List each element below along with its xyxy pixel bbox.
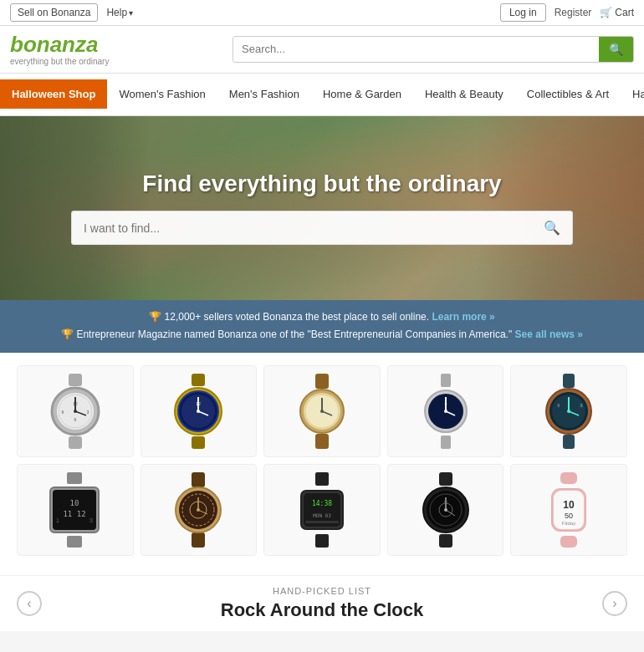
svg-rect-12 [192,374,205,386]
svg-point-28 [320,410,324,413]
cart-button[interactable]: 🛒 Cart [600,7,634,18]
main-nav: Halloween Shop Women's Fashion Men's Fas… [0,74,644,116]
carousel-text: HAND-PICKED LIST Rock Around the Clock [42,586,602,621]
svg-rect-56 [192,532,205,548]
watch-item-9[interactable]: 12 [387,464,504,556]
svg-text:9: 9 [61,410,64,415]
svg-rect-82 [560,536,577,548]
nav-item-womens-fashion[interactable]: Women's Fashion [107,79,217,109]
hero-search-bar: 🔍 [71,211,573,245]
watch-svg-8: 14:38 MON 03 [293,472,351,548]
svg-point-19 [197,410,200,413]
info-line-2: 🏆 Entrepreneur Magazine named Bonanza on… [17,326,627,344]
svg-text:6: 6 [74,417,76,422]
info-banner: 🏆 12,000+ sellers voted Bonanza the best… [0,300,644,353]
svg-text:11 12: 11 12 [64,510,86,518]
nav-item-mens-fashion[interactable]: Men's Fashion [217,79,311,109]
svg-text:50: 50 [565,512,573,520]
watch-svg-6: 10 11 12 1 3 [43,472,106,548]
svg-rect-72 [439,534,452,548]
carousel-next-button[interactable]: › [602,591,627,616]
prev-arrow-icon: ‹ [27,596,31,611]
hero-content: Find everything but the ordinary 🔍 [0,171,644,245]
nav-item-halloween[interactable]: Halloween Shop [0,79,107,109]
svg-text:12: 12 [73,401,78,406]
watch-item-8[interactable]: 14:38 MON 03 [263,464,381,556]
watches-row-1: 12 6 9 3 12 [17,365,627,457]
svg-rect-48 [67,536,82,548]
svg-point-7 [74,410,77,413]
header-search-input[interactable] [233,37,599,62]
info-line1-prefix: 12,000+ sellers voted Bonanza the best p… [165,311,432,323]
carousel-footer: ‹ HAND-PICKED LIST Rock Around the Clock… [0,575,644,631]
sell-on-bonanza-button[interactable]: Sell on Bonanza [10,3,98,22]
svg-rect-55 [192,472,205,487]
help-label: Help [106,7,127,18]
hero-title: Find everything but the ordinary [0,171,644,197]
svg-rect-37 [563,374,575,388]
svg-rect-47 [67,472,82,484]
register-link[interactable]: Register [555,7,592,18]
svg-text:6: 6 [558,403,560,408]
watches-row-2: 10 11 12 1 3 [17,464,627,556]
watch-svg-4: ▲ [417,374,475,449]
svg-text:10: 10 [564,499,575,511]
trophy-icon-2: 🏆 [61,329,74,340]
hero-section: Find everything but the ordinary 🔍 [0,116,644,300]
svg-text:MON 03: MON 03 [313,512,331,518]
header: bonanza everything but the ordinary 🔍 [0,26,644,74]
watch-item-7[interactable] [141,464,258,556]
svg-text:3: 3 [86,410,89,415]
nav-item-home-garden[interactable]: Home & Garden [311,79,413,109]
watches-section: 12 6 9 3 12 [0,353,644,575]
logo-sub: everything but the ordinary [10,57,109,66]
carousel-prev-button[interactable]: ‹ [17,591,42,616]
svg-rect-81 [560,472,577,484]
watch-item-6[interactable]: 10 11 12 1 3 [17,464,134,556]
svg-point-63 [197,508,200,512]
svg-text:14:38: 14:38 [312,500,332,507]
cart-icon: 🛒 [600,7,612,18]
nav-item-handbags[interactable]: Handbags [621,79,644,109]
header-search-button[interactable]: 🔍 [599,37,633,62]
watch-item-4[interactable]: ▲ [387,365,504,457]
carousel-label: HAND-PICKED LIST [42,586,602,596]
logo-text: bonanza [10,33,109,57]
watch-svg-9: 12 [417,472,475,548]
carousel-title: Rock Around the Clock [42,599,602,621]
svg-rect-30 [441,436,451,449]
watch-item-2[interactable]: 12 [141,365,258,457]
watch-svg-1: 12 6 9 3 [46,374,105,449]
svg-point-44 [567,410,570,413]
watch-item-10[interactable]: 10 50 Fitday [510,464,627,556]
svg-rect-0 [69,374,82,386]
watch-svg-3 [293,374,351,449]
cart-label: Cart [615,7,634,18]
nav-item-health-beauty[interactable]: Health & Beauty [413,79,515,109]
logo[interactable]: bonanza everything but the ordinary [10,33,109,66]
nav-item-collectibles[interactable]: Collectibles & Art [515,79,621,109]
see-all-news-link[interactable]: See all news » [515,329,583,340]
svg-text:10: 10 [70,499,79,507]
watch-item-5[interactable]: 3 6 [510,365,627,457]
watch-item-1[interactable]: 12 6 9 3 [17,365,134,457]
login-button[interactable]: Log in [500,3,546,22]
hero-search-icon: 🔍 [544,221,560,235]
info-line-1: 🏆 12,000+ sellers voted Bonanza the best… [17,308,627,327]
watch-svg-7 [169,472,227,548]
next-arrow-icon: › [612,596,616,611]
learn-more-link[interactable]: Learn more » [432,311,494,323]
svg-rect-22 [315,434,329,449]
svg-rect-13 [192,436,205,449]
svg-text:12: 12 [443,500,448,505]
svg-text:1: 1 [56,517,59,523]
help-button[interactable]: Help ▾ [106,7,133,18]
svg-text:12: 12 [197,401,202,406]
hero-search-input[interactable] [72,213,532,243]
svg-rect-71 [439,472,452,486]
svg-point-79 [444,508,447,512]
svg-rect-29 [441,374,451,387]
watch-item-3[interactable] [263,365,381,457]
hero-search-button[interactable]: 🔍 [532,211,572,244]
watch-svg-2: 12 [169,374,227,449]
